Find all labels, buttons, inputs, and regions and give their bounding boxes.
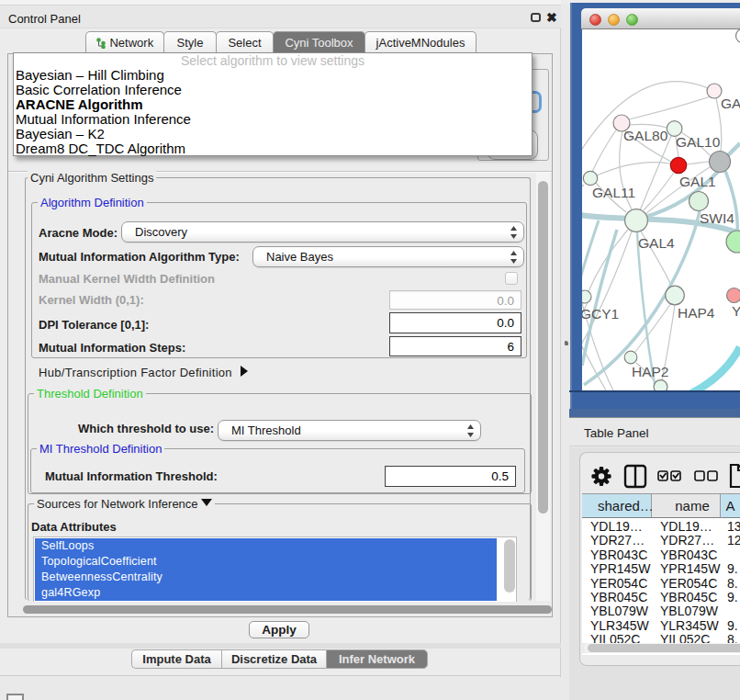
- svg-text:GAL2: GAL2: [721, 96, 740, 111]
- svg-text:HAP4: HAP4: [678, 305, 715, 321]
- svg-text:GAL80: GAL80: [623, 128, 668, 143]
- svg-text:GAL10: GAL10: [676, 134, 721, 150]
- svg-text:SWI4: SWI4: [700, 210, 734, 226]
- svg-text:GAL11: GAL11: [592, 185, 635, 200]
- svg-text:GAL1: GAL1: [679, 174, 716, 189]
- svg-text:YJ: YJ: [732, 303, 740, 319]
- svg-text:GAL4: GAL4: [638, 235, 675, 251]
- svg-text:HAP2: HAP2: [632, 364, 669, 379]
- svg-text:GCY1: GCY1: [582, 306, 619, 322]
